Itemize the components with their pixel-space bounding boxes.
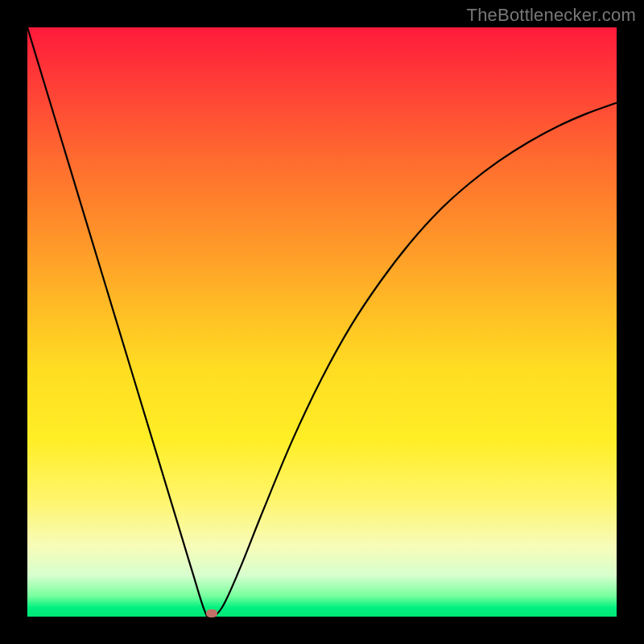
chart-frame: TheBottlenecker.com xyxy=(0,0,644,644)
watermark-text: TheBottlenecker.com xyxy=(467,5,636,26)
curve-svg xyxy=(27,27,617,617)
plot-area xyxy=(27,27,617,617)
bottleneck-curve xyxy=(27,27,617,617)
optimal-point-marker xyxy=(206,609,217,617)
